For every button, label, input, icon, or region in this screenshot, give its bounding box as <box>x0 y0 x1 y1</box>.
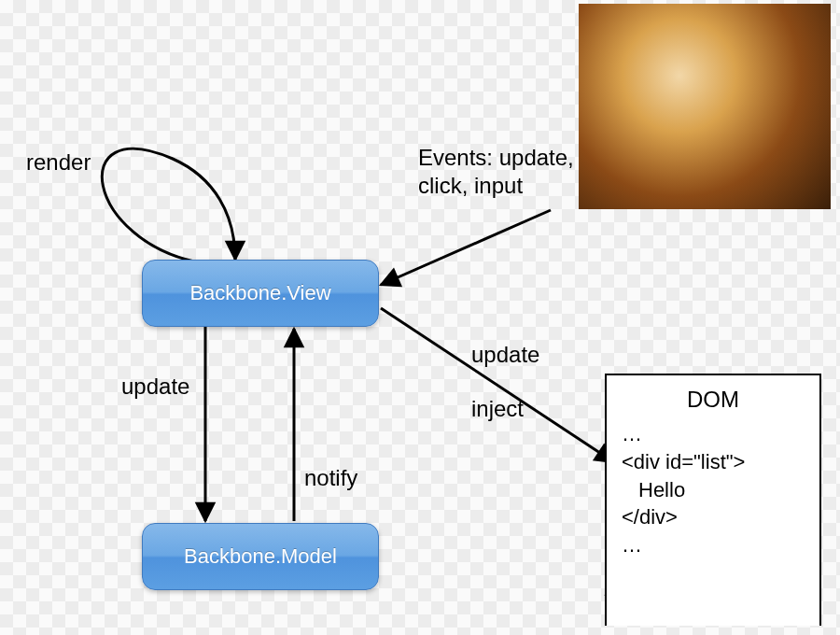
dom-line-3: Hello <box>622 476 805 504</box>
dom-line-2: <div id="list"> <box>622 448 805 476</box>
diagram-stage: Backbone.View Backbone.Model render Even… <box>0 0 840 635</box>
node-backbone-model-label: Backbone.Model <box>184 544 337 569</box>
label-inject: inject <box>471 396 524 422</box>
label-notify: notify <box>304 465 357 491</box>
dom-line-4: </div> <box>622 503 805 531</box>
label-update-right: update <box>471 342 539 368</box>
label-update-left: update <box>121 374 189 400</box>
photo-fill <box>579 4 831 209</box>
photo-child <box>579 4 831 209</box>
label-render: render <box>26 149 91 176</box>
dom-box: DOM … <div id="list"> Hello </div> … <box>605 374 821 626</box>
node-backbone-view-label: Backbone.View <box>189 281 330 305</box>
label-events: Events: update, click, input <box>418 144 574 200</box>
dom-title: DOM <box>622 385 805 415</box>
node-backbone-view: Backbone.View <box>142 260 379 327</box>
dom-line-1: … <box>622 420 805 448</box>
node-backbone-model: Backbone.Model <box>142 523 379 590</box>
dom-line-5: … <box>622 531 805 559</box>
